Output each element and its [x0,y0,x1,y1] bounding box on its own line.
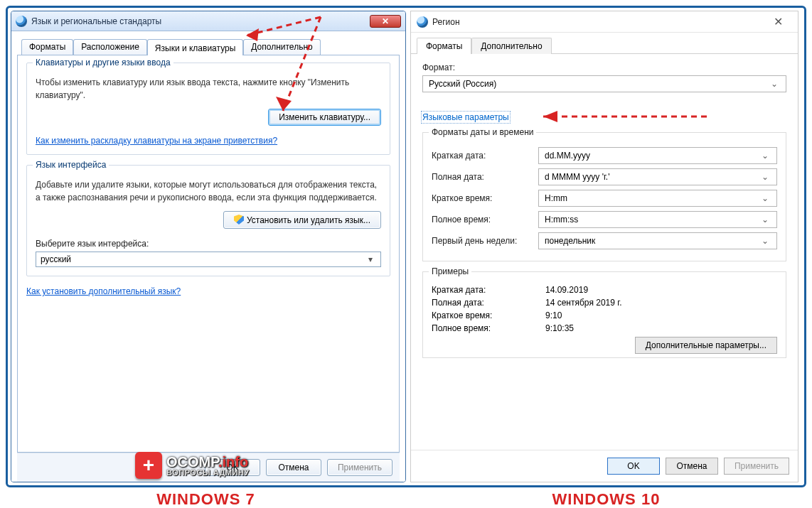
tab-advanced[interactable]: Дополнительно [471,38,551,54]
tab-advanced[interactable]: Дополнительно [243,39,320,55]
format-select-value: Русский (Россия) [429,79,496,89]
install-remove-language-button[interactable]: Установить или удалить язык... [223,211,381,229]
format-value-select[interactable]: dd.MM.yyyy⌄ [538,147,777,164]
tab-formats[interactable]: Форматы [417,38,471,54]
tab-strip: Форматы Расположение Языки и клавиатуры … [17,38,400,55]
chevron-down-icon: ⌄ [759,151,771,161]
chevron-down-icon: ▾ [365,254,376,264]
select-value: H:mm:ss [545,215,578,225]
chevron-down-icon: ⌄ [759,236,771,246]
format-row: Первый день недели:понедельник⌄ [432,232,777,249]
example-row: Полная дата:14 сентября 2019 г. [432,298,777,308]
tab-languages-keyboards[interactable]: Языки и клавиатуры [147,39,243,55]
example-row: Краткое время:9:10 [432,310,777,320]
globe-icon [16,16,27,27]
chevron-down-icon: ⌄ [769,79,780,89]
row-label: Полное время: [432,215,538,225]
ui-language-select[interactable]: русский ▾ [36,252,381,267]
titlebar[interactable]: Регион ✕ [411,11,798,33]
format-row: Полная дата:d MMMM yyyy 'г.'⌄ [432,168,777,185]
ui-language-select-label: Выберите язык интерфейса: [36,239,381,249]
change-keyboard-button[interactable]: Изменить клавиатуру... [268,109,381,126]
globe-icon [417,16,428,28]
row-label: Краткое время: [432,193,538,203]
group-legend: Язык интерфейса [33,160,109,170]
format-label: Формат: [422,63,786,72]
keyboards-group: Клавиатуры и другие языки ввода Чтобы из… [26,63,390,155]
select-value: d MMMM yyyy 'г.' [545,172,610,182]
install-additional-language-link[interactable]: Как установить дополнительный язык? [26,286,181,296]
apply-button[interactable]: Применить [327,459,392,476]
cancel-button[interactable]: Отмена [266,459,321,476]
window-title: Язык и региональные стандарты [31,16,365,26]
win7-region-dialog: Язык и региональные стандарты ✕ Форматы … [11,11,406,482]
ok-button[interactable]: OK [205,459,260,476]
format-row: Полное время:H:mm:ss⌄ [432,211,777,228]
format-value-select[interactable]: H:mm:ss⌄ [538,211,777,228]
titlebar[interactable]: Язык и региональные стандарты ✕ [11,11,405,31]
ok-button[interactable]: OK [607,458,660,475]
row-value: 9:10:35 [545,323,574,333]
row-value: 9:10 [545,310,562,320]
format-value-select[interactable]: d MMMM yyyy 'г.'⌄ [538,168,777,185]
ui-language-select-value: русский [41,254,71,264]
caption-win10: WINDOWS 10 [406,490,806,508]
date-time-formats-group: Форматы даты и времени Краткая дата:dd.M… [422,132,786,261]
apply-button[interactable]: Применить [724,458,789,475]
chevron-down-icon: ⌄ [759,215,771,225]
row-label: Полная дата: [432,298,545,308]
close-button[interactable]: ✕ [370,15,401,28]
cancel-button[interactable]: Отмена [666,458,718,475]
svg-marker-2 [543,111,557,122]
tab-formats[interactable]: Форматы [21,39,73,55]
keyboards-description: Чтобы изменить клавиатуру или язык ввода… [36,76,381,102]
row-label: Полное время: [432,323,545,333]
example-row: Краткая дата:14.09.2019 [432,285,777,295]
group-legend: Форматы даты и времени [429,127,536,137]
tab-strip: Форматы Дополнительно [411,33,798,54]
welcome-screen-layout-link[interactable]: Как изменить раскладку клавиатуры на экр… [36,136,277,146]
format-row: Краткая дата:dd.MM.yyyy⌄ [432,147,777,164]
row-value: 14 сентября 2019 г. [545,298,622,308]
ui-language-description: Добавьте или удалите языки, которые могу… [36,178,381,204]
group-legend: Примеры [429,266,471,276]
close-button[interactable]: ✕ [764,15,792,28]
format-value-select[interactable]: H:mm⌄ [538,190,777,207]
additional-params-button[interactable]: Дополнительные параметры... [635,337,777,354]
group-legend: Клавиатуры и другие языки ввода [33,58,173,67]
select-value: H:mm [545,193,567,203]
window-title: Регион [432,17,764,27]
examples-group: Примеры Краткая дата:14.09.2019Полная да… [422,271,786,358]
language-params-link[interactable]: Языковые параметры [422,112,509,122]
row-label: Краткая дата: [432,151,538,161]
select-value: понедельник [545,236,595,246]
row-label: Краткая дата: [432,285,545,295]
format-select[interactable]: Русский (Россия) ⌄ [422,75,786,92]
format-value-select[interactable]: понедельник⌄ [538,232,777,249]
row-value: 14.09.2019 [545,285,588,295]
select-value: dd.MM.yyyy [545,151,590,161]
dialog-footer: OK Отмена Применить [17,453,400,482]
example-row: Полное время:9:10:35 [432,323,777,333]
tab-location[interactable]: Расположение [73,39,147,55]
caption-win7: WINDOWS 7 [6,490,406,508]
chevron-down-icon: ⌄ [759,193,771,203]
uac-shield-icon [234,215,244,225]
chevron-down-icon: ⌄ [759,172,771,182]
dialog-footer: OK Отмена Применить [411,450,798,482]
format-row: Краткое время:H:mm⌄ [432,190,777,207]
win10-region-dialog: Регион ✕ Форматы Дополнительно Формат: Р… [410,11,798,482]
row-label: Полная дата: [432,172,538,182]
row-label: Краткое время: [432,310,545,320]
row-label: Первый день недели: [432,236,538,246]
ui-language-group: Язык интерфейса Добавьте или удалите язы… [26,165,390,276]
annotation-arrow [529,108,714,128]
